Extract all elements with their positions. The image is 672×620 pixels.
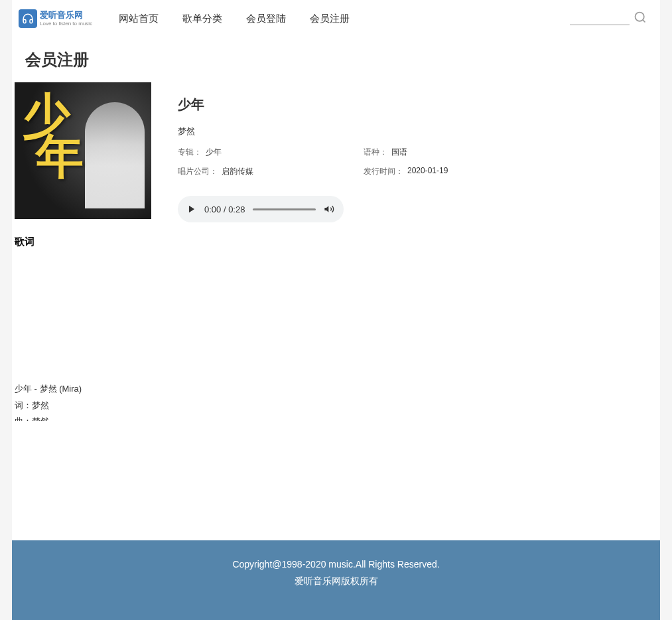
footer-copyright: Copyright@1998-2020 music.All Rights Res… [12,556,660,573]
play-button[interactable] [187,204,196,214]
lyrics-section: 歌词 少年 - 梦然 (Mira) 词：梦然 曲：梦然 [12,222,660,421]
lyric-line: 少年 - 梦然 (Mira) [15,381,657,398]
nav-register[interactable]: 会员注册 [310,13,350,25]
logo-subtitle: Love to listen to music [40,21,92,27]
meta-company: 唱片公司： 启韵传媒 [178,166,364,177]
progress-bar[interactable] [253,208,316,210]
headphones-icon [19,9,37,28]
logo-title: 爱听音乐网 [40,11,92,20]
search-area [570,11,647,27]
time-display: 0:00 / 0:28 [204,204,245,214]
audio-player: 0:00 / 0:28 [178,196,344,222]
lyrics-title: 歌词 [15,236,657,248]
meta-release: 发行时间： 2020-01-19 [364,166,549,177]
search-icon[interactable] [634,11,647,27]
nav-home[interactable]: 网站首页 [119,13,159,25]
song-artist: 梦然 [178,125,660,137]
svg-marker-3 [324,206,328,212]
svg-marker-2 [189,206,194,213]
search-input[interactable] [570,12,630,25]
meta-album: 专辑： 少年 [178,147,364,158]
lyric-line: 曲：梦然 [15,414,657,421]
logo[interactable]: 爱听音乐网 Love to listen to music [19,9,92,28]
meta-language: 语种： 国语 [364,147,549,158]
lyric-line: 词：梦然 [15,398,657,414]
volume-button[interactable] [324,204,334,214]
header: 爱听音乐网 Love to listen to music 网站首页 歌单分类 … [12,0,660,37]
lyrics-content: 少年 - 梦然 (Mira) 词：梦然 曲：梦然 [15,381,657,421]
album-cover: 少 年 [15,82,151,219]
svg-line-1 [643,20,645,23]
footer: Copyright@1998-2020 music.All Rights Res… [12,540,660,620]
song-title: 少年 [178,96,660,114]
nav-category[interactable]: 歌单分类 [182,13,222,25]
nav-login[interactable]: 会员登陆 [246,13,286,25]
svg-point-0 [636,13,644,21]
footer-owner: 爱听音乐网版权所有 [12,573,660,589]
page-title: 会员注册 [12,37,660,82]
main-nav: 网站首页 歌单分类 会员登陆 会员注册 [119,13,570,25]
song-info: 少年 梦然 专辑： 少年 语种： 国语 唱片公司： 启韵传媒 发行时间： 202… [178,82,660,222]
